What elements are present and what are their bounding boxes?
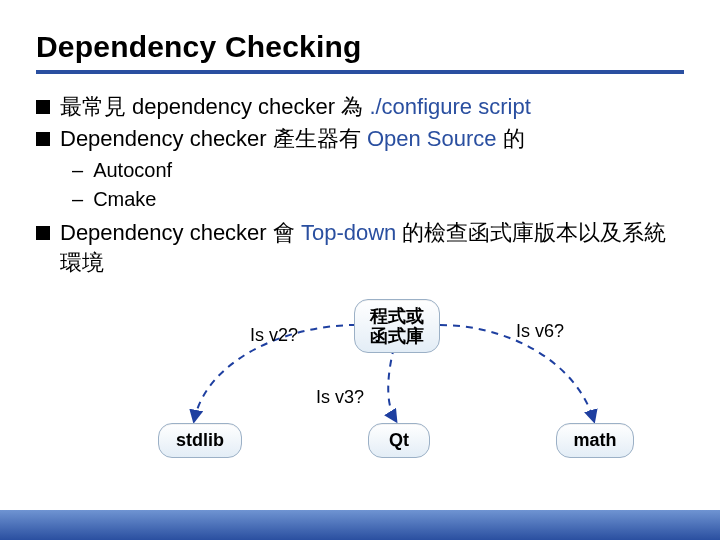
bullet-square-icon <box>36 132 50 146</box>
dash-icon: – <box>72 157 83 185</box>
node-stdlib: stdlib <box>158 423 242 458</box>
dash-icon: – <box>72 186 83 214</box>
bullet-2-pre: Dependency checker 產生器有 <box>60 126 367 151</box>
subbullet-2: –Cmake <box>72 186 684 214</box>
bullet-2-emph: Open Source <box>367 126 497 151</box>
bullet-2-text: Dependency checker 產生器有 Open Source 的 <box>60 124 525 154</box>
slide: Dependency Checking 最常見 dependency check… <box>0 0 720 540</box>
arrow-to-qt <box>388 347 396 421</box>
bullet-3-emph: Top-down <box>301 220 396 245</box>
label-is-v3: Is v3? <box>316 387 364 408</box>
subbullet-1: –Autoconf <box>72 157 684 185</box>
label-is-v2: Is v2? <box>250 325 298 346</box>
title-rule <box>36 70 684 74</box>
bullet-3-pre: Dependency checker 會 <box>60 220 301 245</box>
slide-title: Dependency Checking <box>36 30 684 64</box>
subbullet-2-text: Cmake <box>93 186 156 214</box>
subbullet-1-text: Autoconf <box>93 157 172 185</box>
bullet-1-text: 最常見 dependency checker 為 ./configure scr… <box>60 92 531 122</box>
label-is-v6: Is v6? <box>516 321 564 342</box>
bullet-2-post: 的 <box>497 126 525 151</box>
bullet-3: Dependency checker 會 Top-down 的檢查函式庫版本以及… <box>36 218 684 279</box>
footer-bar <box>0 510 720 540</box>
bullet-1-pre: 最常見 dependency checker 為 <box>60 94 369 119</box>
bullet-square-icon <box>36 226 50 240</box>
bullet-square-icon <box>36 100 50 114</box>
diagram: 程式或 函式庫 stdlib Qt math Is v2? Is v3? Is … <box>36 285 684 505</box>
node-root: 程式或 函式庫 <box>354 299 440 353</box>
bullet-1: 最常見 dependency checker 為 ./configure scr… <box>36 92 684 122</box>
bullet-2: Dependency checker 產生器有 Open Source 的 <box>36 124 684 154</box>
bullet-1-emph: ./configure script <box>369 94 530 119</box>
node-qt: Qt <box>368 423 430 458</box>
bullet-3-text: Dependency checker 會 Top-down 的檢查函式庫版本以及… <box>60 218 684 279</box>
node-math: math <box>556 423 634 458</box>
bullet-list: 最常見 dependency checker 為 ./configure scr… <box>36 92 684 279</box>
